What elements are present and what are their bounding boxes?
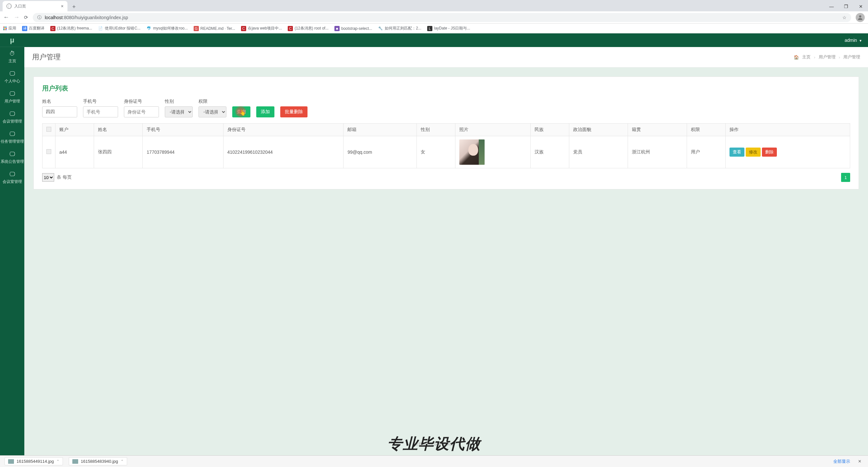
bookmark-item[interactable]: 译百度翻译 [22, 26, 44, 31]
page-size-select[interactable]: 10 [42, 173, 54, 182]
breadcrumb: 🏠 主页 › 用户管理 › 用户管理 [794, 54, 860, 60]
cell-ethnic: 汉族 [530, 136, 569, 168]
logo[interactable]: μ [0, 33, 24, 47]
role-select[interactable]: -请选择- [198, 106, 226, 117]
app-root: μ ⏱主页 🖵个人中心 🖵用户管理 🖵会议管理理 🖵任务管理管理 🖵系统公告管理… [0, 33, 868, 456]
apps-icon [3, 27, 7, 30]
phone-input[interactable] [83, 106, 118, 117]
favicon: G [194, 26, 199, 31]
th-origin: 籍贯 [628, 124, 687, 136]
filter-role: 权限 -请选择- [198, 99, 226, 117]
th-phone: 手机号 [143, 124, 223, 136]
cell-politics: 党员 [569, 136, 628, 168]
avatar-image[interactable] [459, 139, 485, 165]
favicon: C [50, 26, 56, 31]
bookmark-item[interactable]: C(12条消息) freema... [50, 26, 92, 31]
bookmark-item[interactable]: 📄使用UEditor 报错C... [98, 26, 141, 31]
id-label: 身份证号 [124, 99, 159, 104]
sidebar-item-room[interactable]: 🖵会议室管理 [0, 168, 24, 188]
gender-select[interactable]: -请选择- [165, 106, 193, 117]
user-menu[interactable]: admin▼ [845, 38, 862, 43]
sidebar-item-users[interactable]: 🖵用户管理 [0, 87, 24, 107]
favicon: 译 [22, 26, 27, 31]
forward-button[interactable]: → [13, 14, 20, 21]
caret-down-icon: ▼ [859, 39, 862, 42]
sidebar-item-personal[interactable]: 🖵个人中心 [0, 67, 24, 87]
reload-button[interactable]: ⟳ [24, 14, 28, 21]
cell-account: a44 [56, 136, 94, 168]
monitor-icon: 🖵 [9, 171, 15, 178]
table-header-row: 账户 姓名 手机号 身份证号 邮箱 性别 照片 民族 政治面貌 籍贯 权限 操作 [42, 124, 850, 136]
close-window-button[interactable]: ✕ [854, 2, 868, 11]
cell-origin: 浙江杭州 [628, 136, 687, 168]
sidebar-item-announce[interactable]: 🖵系统公告管理 [0, 148, 24, 168]
th-name: 姓名 [94, 124, 143, 136]
topbar: admin▼ [24, 33, 868, 47]
th-actions: 操作 [725, 124, 850, 136]
url-host: localhost [45, 15, 63, 20]
page-1-button[interactable]: 1 [841, 173, 850, 182]
favicon: 📄 [98, 26, 103, 31]
monitor-icon: 🖵 [9, 70, 15, 77]
close-tab-icon[interactable]: × [61, 4, 64, 9]
th-photo: 照片 [456, 124, 530, 136]
page-header: 用户管理 🏠 主页 › 用户管理 › 用户管理 [24, 47, 868, 67]
maximize-button[interactable]: ❐ [839, 2, 854, 11]
th-gender: 性别 [417, 124, 456, 136]
add-button[interactable]: 添加 [256, 106, 274, 117]
tab-title: 入口页 [14, 4, 26, 9]
home-icon: 🏠 [794, 55, 799, 60]
bookmark-star-icon[interactable]: ☆ [842, 15, 846, 20]
minimize-button[interactable]: — [824, 2, 839, 11]
globe-icon [6, 4, 12, 9]
main-area: admin▼ 用户管理 🏠 主页 › 用户管理 › 用户管理 用户列表 姓名 [24, 33, 868, 456]
bookmark-item[interactable]: GREADME.md · Ter... [194, 26, 235, 31]
back-button[interactable]: ← [3, 14, 9, 21]
url-input[interactable]: ⓘ localhost:8080/huiyiguanlixitong/index… [33, 13, 851, 22]
id-input[interactable] [124, 106, 159, 117]
breadcrumb-section[interactable]: 用户管理 [819, 54, 836, 60]
bookmark-item[interactable]: C(12条消息) root of... [288, 26, 329, 31]
filter-id: 身份证号 [124, 99, 159, 117]
monitor-icon: 🖵 [9, 131, 15, 137]
panel-title: 用户列表 [42, 84, 850, 93]
table-footer: 10 条 每页 1 [42, 173, 850, 182]
download-shelf: 1615885449114.jpg ⌃ 1615885483940.jpg ⌃ … [0, 455, 868, 456]
batch-delete-button[interactable]: 批量删除 [280, 106, 308, 117]
query-button[interactable]: 查询 [232, 106, 250, 117]
browser-tab[interactable]: 入口页 × [3, 1, 67, 11]
bookmark-item[interactable]: ■bootstrap-select... [334, 26, 372, 31]
site-info-icon[interactable]: ⓘ [37, 14, 41, 21]
cell-email: 99@qq.com [343, 136, 417, 168]
filter-bar: 姓名 手机号 身份证号 性别 -请选择- [42, 99, 850, 117]
apps-shortcut[interactable]: 应用 [3, 26, 16, 31]
sidebar-item-meeting[interactable]: 🖵会议管理理 [0, 107, 24, 127]
row-checkbox[interactable] [46, 149, 51, 154]
sidebar-item-task[interactable]: 🖵任务管理管理 [0, 127, 24, 148]
cell-phone: 17703789944 [143, 136, 223, 168]
sidebar-item-home[interactable]: ⏱主页 [0, 47, 24, 67]
cell-gender: 女 [417, 136, 456, 168]
role-label: 权限 [198, 99, 226, 104]
view-button[interactable]: 查看 [730, 148, 744, 157]
cell-role: 用户 [687, 136, 725, 168]
bookmark-item[interactable]: C在java web项目中... [241, 26, 282, 31]
favicon: 🔧 [378, 26, 383, 31]
breadcrumb-home[interactable]: 主页 [802, 54, 811, 60]
content: 用户列表 姓名 手机号 身份证号 性别 [24, 67, 868, 198]
profile-button[interactable] [856, 13, 865, 22]
th-ethnic: 民族 [530, 124, 569, 136]
select-all-checkbox[interactable] [46, 127, 51, 132]
name-input[interactable] [42, 106, 77, 117]
th-politics: 政治面貌 [569, 124, 628, 136]
bookmark-item[interactable]: 🔧如何用正则匹配：2... [378, 26, 421, 31]
th-account: 账户 [56, 124, 94, 136]
delete-button[interactable]: 删除 [762, 148, 777, 157]
new-tab-button[interactable]: + [69, 2, 79, 11]
tab-bar: 入口页 × + — ❐ ✕ [0, 0, 868, 11]
bookmark-item[interactable]: LlayDate - JS日期与... [427, 26, 470, 31]
bookmark-item[interactable]: 🐬mysql如何修改roo... [146, 26, 188, 31]
favicon: ■ [334, 26, 340, 31]
user-table: 账户 姓名 手机号 身份证号 邮箱 性别 照片 民族 政治面貌 籍贯 权限 操作 [42, 123, 850, 168]
edit-button[interactable]: 修改 [746, 148, 761, 157]
